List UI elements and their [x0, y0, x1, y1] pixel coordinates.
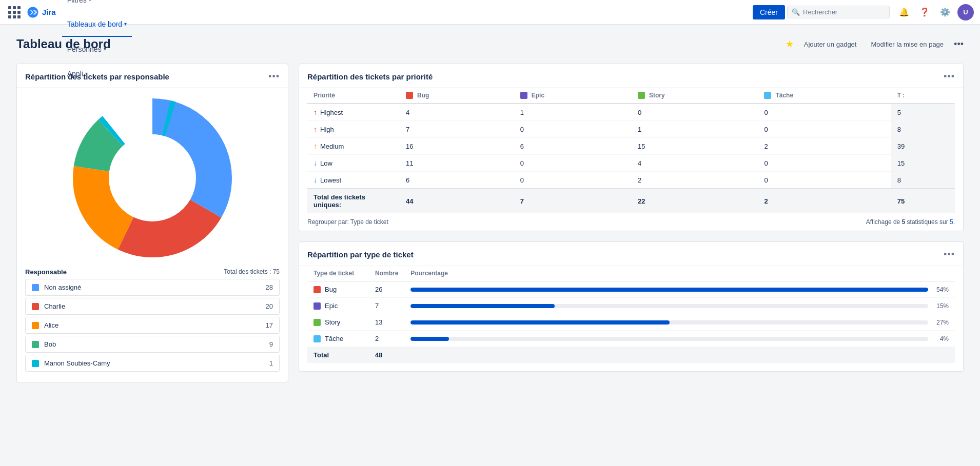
- list-item: Alice 17: [25, 317, 280, 334]
- grid-menu[interactable]: [6, 4, 23, 21]
- priority-card-title: Répartition des tickets par priorité: [307, 72, 433, 81]
- priority-table: Priorité Bug: [307, 88, 955, 213]
- settings-icon[interactable]: ⚙️: [937, 4, 953, 21]
- legend-name: Non assigné: [44, 283, 81, 291]
- table-row: ↓ Low 11 0 4 0 15: [307, 155, 955, 172]
- priority-icon: ↑ High: [313, 125, 334, 133]
- task-cell: 0: [758, 121, 891, 138]
- nav-item-filtres[interactable]: Filtres▾: [62, 0, 132, 12]
- type-pct-cell: 27%: [404, 314, 955, 331]
- logo-text: Jira: [42, 8, 56, 16]
- legend-count: 28: [266, 283, 273, 291]
- bar-track: [410, 304, 928, 308]
- page-actions: ★ Ajouter un gadget Modifier la mise en …: [786, 38, 964, 50]
- type-icon: [313, 286, 321, 293]
- type-label: Bug: [313, 286, 363, 293]
- total-label-cell: Total des tickets uniques:: [307, 189, 400, 213]
- legend-count: 17: [266, 321, 273, 329]
- legend-count: 20: [266, 302, 273, 310]
- legend-color: [32, 341, 39, 348]
- bug-icon: [406, 92, 413, 99]
- more-options-button[interactable]: •••: [954, 39, 964, 50]
- type-card-header: Répartition par type de ticket •••: [299, 242, 963, 266]
- list-item: Charlie 20: [25, 298, 280, 315]
- bar-track: [410, 320, 928, 325]
- total-cell: 8: [891, 121, 955, 138]
- legend-item-left: Charlie: [32, 302, 65, 310]
- search-icon: 🔍: [792, 8, 800, 16]
- bar-container: 27%: [410, 319, 949, 326]
- jira-logo[interactable]: Jira: [27, 6, 56, 18]
- avatar[interactable]: U: [957, 4, 974, 21]
- legend: Responsable Total des tickets : 75 Non a…: [17, 268, 288, 382]
- epic-cell: 0: [514, 121, 632, 138]
- star-button[interactable]: ★: [786, 38, 794, 50]
- priority-cell: ↑ Medium: [307, 138, 400, 155]
- chevron-down-icon: ▾: [89, 0, 91, 3]
- priority-cell: ↓ Low: [307, 155, 400, 172]
- table-row: ↑ Medium 16 6 15 2 39: [307, 138, 955, 155]
- stats-total-link[interactable]: 5: [950, 218, 953, 226]
- th-number: Nombre: [369, 266, 404, 281]
- col-task: Tâche: [758, 88, 891, 104]
- type-table-container: Type de ticket Nombre Pourcentage Bug 26: [299, 266, 963, 371]
- priority-arrow-icon: ↑: [313, 108, 317, 116]
- priority-card-more[interactable]: •••: [944, 71, 955, 82]
- nav-item-appli[interactable]: Appli▾: [62, 62, 132, 86]
- bar-track: [410, 288, 928, 292]
- legend-subtitle: Total des tickets : 75: [224, 268, 280, 276]
- legend-color: [32, 303, 39, 310]
- legend-name: Manon Soubies-Camy: [44, 359, 110, 367]
- priority-icon: ↑ Medium: [313, 142, 344, 150]
- donut-chart: [70, 96, 234, 260]
- create-button[interactable]: Créer: [753, 5, 785, 19]
- legend-items: Non assigné 28 Charlie 20 Alice 17 Bob 9…: [25, 279, 280, 372]
- bar-fill: [410, 288, 928, 292]
- total-epic-cell: 7: [514, 189, 632, 213]
- story-cell: 15: [632, 138, 758, 155]
- type-pct-cell: 4%: [404, 331, 955, 347]
- notifications-icon[interactable]: 🔔: [896, 4, 912, 21]
- type-label-cell: Bug: [307, 281, 369, 298]
- type-total-pct: [404, 347, 955, 363]
- table-row: Total 48: [307, 347, 955, 363]
- nav-items: Votre travailProjets▾Filtres▾Tableaux de…: [62, 0, 132, 86]
- priority-card: Répartition des tickets par priorité •••…: [299, 64, 964, 231]
- bar-pct: 4%: [932, 335, 949, 342]
- priority-tbody: ↑ Highest 4 1 0 0 5 ↑ High 7 0 1 0 8 ↑ M…: [307, 104, 955, 213]
- bar-container: 54%: [410, 286, 949, 293]
- type-pct-cell: 15%: [404, 298, 955, 314]
- type-table-header-row: Type de ticket Nombre Pourcentage: [307, 266, 955, 281]
- th-pct: Pourcentage: [404, 266, 955, 281]
- priority-table-header-row: Priorité Bug: [307, 88, 955, 104]
- search-box[interactable]: 🔍 Rechercher: [787, 6, 890, 18]
- assignee-card-more[interactable]: •••: [268, 71, 280, 82]
- total-cell: 15: [891, 155, 955, 172]
- task-cell: 0: [758, 104, 891, 121]
- table-row: Bug 26 54%: [307, 281, 955, 298]
- type-count-cell: 2: [369, 331, 404, 347]
- type-count-cell: 13: [369, 314, 404, 331]
- priority-cell: ↓ Lowest: [307, 172, 400, 189]
- add-gadget-button[interactable]: Ajouter un gadget: [800, 38, 861, 50]
- type-card-more[interactable]: •••: [944, 249, 955, 260]
- type-total-label: Total: [307, 347, 369, 363]
- page: Tableau de bord ★ Ajouter un gadget Modi…: [0, 25, 980, 395]
- table-row: ↓ Lowest 6 0 2 0 8: [307, 172, 955, 189]
- type-card-title: Répartition par type de ticket: [307, 250, 414, 259]
- modify-layout-button[interactable]: Modifier la mise en page: [867, 38, 948, 50]
- assignee-card: Répartition des tickets par responsable …: [16, 64, 288, 382]
- priority-card-header: Répartition des tickets par priorité •••: [299, 64, 963, 88]
- priority-table-container: Priorité Bug: [299, 88, 963, 213]
- story-cell: 1: [632, 121, 758, 138]
- help-icon[interactable]: ❓: [916, 4, 933, 21]
- epic-cell: 0: [514, 172, 632, 189]
- col-story: Story: [632, 88, 758, 104]
- legend-item-left: Bob: [32, 340, 56, 348]
- type-label-cell: Tâche: [307, 331, 369, 347]
- priority-card-footer: Regrouper par: Type de ticket Affichage …: [299, 213, 963, 231]
- bar-fill: [410, 320, 669, 325]
- nav-item-personnes[interactable]: Personnes▾: [62, 37, 132, 62]
- nav-item-tableaux-de-bord[interactable]: Tableaux de bord▾: [62, 12, 132, 37]
- type-icon: [313, 302, 321, 310]
